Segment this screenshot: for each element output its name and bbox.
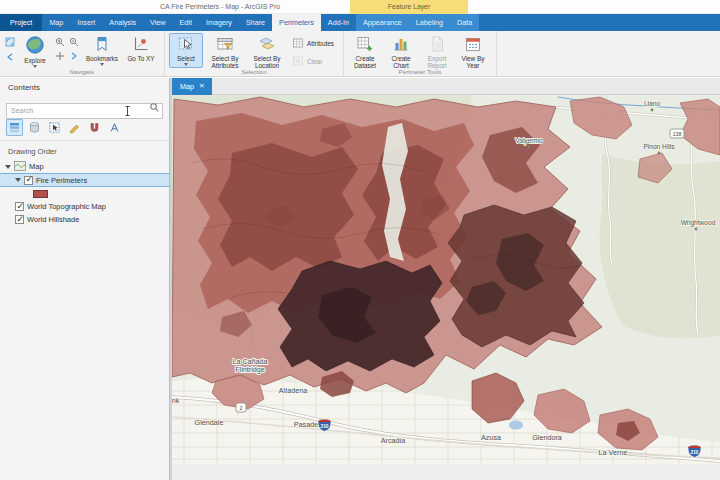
create-chart-icon: [392, 35, 410, 54]
explore-button[interactable]: Explore: [18, 33, 52, 70]
export-report-button[interactable]: Export Report: [420, 33, 454, 72]
map-label-glendale: Glendale: [195, 418, 224, 427]
zoom-out-icon[interactable]: [68, 36, 80, 48]
select-by-location-button[interactable]: Select By Location: [247, 33, 287, 72]
attributes-icon: [292, 37, 304, 50]
map-view-panel: Map ✕: [172, 78, 720, 480]
create-chart-button[interactable]: Create Chart: [384, 33, 418, 72]
previous-extent-icon[interactable]: [4, 51, 16, 63]
tab-map[interactable]: Map: [42, 14, 70, 31]
map-label-arcadia: Arcadia: [381, 436, 405, 445]
search-input[interactable]: [6, 103, 163, 119]
fire-perimeters-swatch[interactable]: [33, 190, 48, 198]
tab-labeling[interactable]: Labeling: [409, 14, 450, 31]
expander-icon[interactable]: [5, 165, 11, 169]
list-by-drawing-order-icon[interactable]: [6, 119, 23, 136]
map-label-valyermo: Valyermo: [515, 137, 543, 145]
dropdown-caret-icon: [184, 63, 188, 66]
dropdown-caret-icon: [100, 63, 104, 66]
ribbon-group-navigate: Explore Bo: [0, 31, 165, 76]
tab-data[interactable]: Data: [450, 14, 479, 31]
svg-text:210: 210: [690, 450, 698, 455]
tab-project[interactable]: Project: [0, 14, 42, 31]
select-by-location-icon: [258, 35, 276, 54]
world-hillshade-checkbox[interactable]: [15, 215, 24, 224]
map-label-burbank: Burbank: [172, 396, 180, 405]
layer-node-fire-perimeters[interactable]: Fire Perimeters: [0, 173, 169, 187]
fire-perimeters-checkbox[interactable]: [24, 176, 33, 185]
select-by-attributes-icon: [216, 35, 234, 54]
arcgis-pro-window: CA Fire Perimeters - Map - ArcGIS Pro Fe…: [0, 0, 720, 480]
feature-layer-contextual-tab[interactable]: Feature Layer: [350, 0, 468, 14]
route-shield-2: 2: [236, 403, 246, 412]
tab-insert[interactable]: Insert: [70, 14, 102, 31]
clear-selection-icon: [292, 55, 304, 68]
tab-appearance[interactable]: Appearance: [356, 14, 409, 31]
ribbon-group-selection: Select Select By Attributes Select By Lo…: [165, 31, 344, 76]
map-view-tab[interactable]: Map ✕: [172, 78, 212, 95]
layer-legend-row: [0, 187, 169, 200]
map-label-altadena: Altadena: [279, 386, 307, 395]
map-label-pinon-hills: Pinon Hills: [643, 143, 675, 150]
text-cursor-pointer: [124, 102, 131, 112]
route-shield-138: 138: [670, 129, 684, 138]
next-extent-icon[interactable]: [68, 50, 80, 62]
map-label-wrightwood: Wrightwood: [681, 219, 716, 227]
list-by-snapping-icon[interactable]: [86, 119, 103, 136]
pan-icon[interactable]: [54, 50, 66, 62]
reservoir: [509, 421, 523, 430]
tab-imagery[interactable]: Imagery: [199, 14, 239, 31]
layer-node-world-topographic-map[interactable]: World Topographic Map: [0, 200, 169, 213]
tab-share[interactable]: Share: [239, 14, 272, 31]
ribbon-group-perimeter-tools: Create Dataset Create Chart Export Repor…: [344, 31, 497, 76]
bookmarks-button[interactable]: Bookmarks: [82, 33, 122, 68]
fire-perimeter-polygon: [218, 143, 358, 271]
tab-edit[interactable]: Edit: [173, 14, 199, 31]
create-dataset-button[interactable]: Create Dataset: [348, 33, 382, 72]
go-to-xy-icon: [132, 35, 150, 54]
tab-perimeters[interactable]: Perimeters: [272, 14, 321, 31]
contents-pane: Contents: [0, 78, 170, 480]
export-report-icon: [428, 35, 446, 54]
create-dataset-icon: [356, 35, 374, 54]
window-title: CA Fire Perimeters - Map - ArcGIS Pro: [160, 0, 280, 14]
tab-add-in[interactable]: Add-In: [321, 14, 356, 31]
contents-pane-title: Contents: [0, 78, 169, 98]
go-to-xy-button[interactable]: Go To XY: [124, 33, 158, 64]
view-by-year-icon: [464, 35, 482, 54]
search-icon[interactable]: [149, 102, 160, 113]
list-by-selection-icon[interactable]: [46, 119, 63, 136]
svg-text:210: 210: [320, 424, 328, 429]
contents-toolbar: [0, 115, 169, 139]
ribbon: Explore Bo: [0, 31, 720, 77]
attributes-button[interactable]: Attributes: [289, 36, 337, 51]
select-button[interactable]: Select: [169, 33, 203, 68]
group-label-selection: Selection: [165, 68, 343, 75]
group-label-perimeter-tools: Perimeter Tools: [344, 68, 496, 75]
view-tab-bar: Map ✕: [172, 78, 720, 95]
tab-view[interactable]: View: [143, 14, 172, 31]
map-node-icon: [14, 161, 26, 173]
layer-node-map[interactable]: Map: [0, 160, 169, 173]
search-box: [6, 99, 163, 115]
select-icon: [177, 35, 195, 54]
ribbon-tab-bar: Project Map Insert Analysis View Edit Im…: [0, 14, 720, 31]
full-extent-icon[interactable]: [4, 36, 16, 48]
map-canvas[interactable]: Llano Pinon Hills Valyermo Wrightwood La…: [172, 95, 720, 464]
zoom-in-icon[interactable]: [54, 36, 66, 48]
list-by-labeling-icon[interactable]: [106, 119, 123, 136]
drawing-order-label: Drawing Order: [0, 141, 169, 160]
tab-analysis[interactable]: Analysis: [102, 14, 143, 31]
map-label-llano: Llano: [644, 100, 660, 107]
close-icon[interactable]: ✕: [199, 83, 204, 90]
svg-text:2: 2: [240, 405, 243, 411]
view-by-year-button[interactable]: View By Year: [456, 33, 490, 72]
list-by-editing-icon[interactable]: [66, 119, 83, 136]
select-by-attributes-button[interactable]: Select By Attributes: [205, 33, 245, 72]
world-topographic-checkbox[interactable]: [15, 202, 24, 211]
expander-icon[interactable]: [15, 178, 21, 182]
map-label-la-verne: La Verne: [599, 448, 628, 457]
clear-button[interactable]: Clear: [289, 54, 337, 69]
list-by-source-icon[interactable]: [26, 119, 43, 136]
layer-node-world-hillshade[interactable]: World Hillshade: [0, 213, 169, 226]
